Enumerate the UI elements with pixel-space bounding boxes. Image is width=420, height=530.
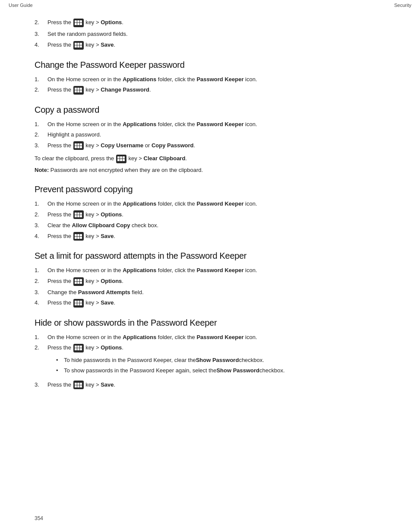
intro-steps-list: 2. Press the key > Options. 3. Set the r… <box>35 18 385 50</box>
menu-key-icon <box>116 155 126 163</box>
section-change-password-keeper: Change the Password Keeper password 1. O… <box>35 60 385 95</box>
step-num: 2. <box>35 18 47 27</box>
step-text: Press the key > Options. <box>47 210 123 219</box>
step-text: Set the random password fields. <box>47 30 128 38</box>
bullet-item-2: To show passwords in the Password Keeper… <box>56 366 285 375</box>
bullet-item-1: To hide passwords in the Password Keeper… <box>56 356 285 365</box>
step-num: 3. <box>35 141 47 150</box>
step-4: 4. Press the key > Save. <box>35 298 385 308</box>
menu-key-icon <box>73 19 84 27</box>
section-steps-list: 1. On the Home screen or in the Applicat… <box>35 75 385 95</box>
step-text: On the Home screen or in the Application… <box>47 75 257 84</box>
step-num: 2. <box>35 277 47 286</box>
step-3: 3. Press the key > Save. <box>35 381 385 390</box>
step-3: 3. Change the Password Attempts field. <box>35 288 385 297</box>
step-text: Press the key > Options. To hide passwor… <box>47 343 285 378</box>
step-num: 2. <box>35 343 47 352</box>
section-title-hide-show-passwords: Hide or show passwords in the Password K… <box>35 318 385 328</box>
step-text: Press the key > Options. <box>47 18 123 27</box>
step-4: 4. Press the key > Save. <box>35 232 385 241</box>
menu-key-icon <box>73 86 84 95</box>
step-num: 3. <box>35 381 47 389</box>
step-num: 2. <box>35 86 47 94</box>
step-2: 2. Press the key > Options. <box>35 277 385 286</box>
section-copy-password: Copy a password 1. On the Home screen or… <box>35 105 385 175</box>
step-num: 3. <box>35 30 47 38</box>
step-num: 3. <box>35 288 47 297</box>
section-title-copy-password: Copy a password <box>35 105 385 115</box>
menu-key-icon <box>73 277 84 286</box>
intro-step-2: 2. Press the key > Options. <box>35 18 385 27</box>
menu-key-icon <box>73 299 84 308</box>
section-steps-list: 1. On the Home screen or in the Applicat… <box>35 120 385 150</box>
menu-key-icon <box>73 141 84 150</box>
step-text: Highlight a password. <box>47 130 101 139</box>
step-1: 1. On the Home screen or in the Applicat… <box>35 266 385 275</box>
step-text: On the Home screen or in the Application… <box>47 266 257 275</box>
step-num: 1. <box>35 333 47 342</box>
copy-note-2: Note: Passwords are not encrypted when t… <box>35 166 385 175</box>
section-title-set-limit: Set a limit for password attempts in the… <box>35 251 385 261</box>
step-num: 4. <box>35 298 47 307</box>
main-content: 2. Press the key > Options. 3. Set the r… <box>0 10 420 425</box>
step-3: 3. Press the key > Copy Username or Copy… <box>35 141 385 150</box>
step-3: 3. Clear the Allow Clipboard Copy check … <box>35 221 385 230</box>
menu-key-icon <box>73 381 84 389</box>
header-right: Security <box>394 3 411 8</box>
copy-note-1: To clear the clipboard, press the key > … <box>35 154 385 163</box>
section-steps-list: 1. On the Home screen or in the Applicat… <box>35 333 385 390</box>
step-num: 1. <box>35 200 47 208</box>
intro-step-3: 3. Set the random password fields. <box>35 30 385 38</box>
page-header: User Guide Security <box>0 0 420 10</box>
step-text: On the Home screen or in the Application… <box>47 333 257 342</box>
step-num: 4. <box>35 232 47 241</box>
section-steps-list: 1. On the Home screen or in the Applicat… <box>35 200 385 241</box>
page-footer: 354 <box>35 515 43 521</box>
step-text: Clear the Allow Clipboard Copy check box… <box>47 221 158 230</box>
step-1: 1. On the Home screen or in the Applicat… <box>35 333 385 342</box>
step-num: 1. <box>35 75 47 84</box>
section-title-change-password-keeper: Change the Password Keeper password <box>35 60 385 70</box>
section-hide-show-passwords: Hide or show passwords in the Password K… <box>35 318 385 390</box>
step-text: Change the Password Attempts field. <box>47 288 144 297</box>
step-text: Press the key > Change Password. <box>47 86 151 95</box>
sub-bullet-list: To hide passwords in the Password Keeper… <box>56 356 285 375</box>
step-text: Press the key > Save. <box>47 381 115 390</box>
menu-key-icon <box>73 344 84 352</box>
step-text: On the Home screen or in the Application… <box>47 200 257 208</box>
intro-step-4: 4. Press the key > Save. <box>35 41 385 50</box>
step-1: 1. On the Home screen or in the Applicat… <box>35 75 385 84</box>
menu-key-icon <box>73 210 84 219</box>
step-text: Press the key > Save. <box>47 298 115 308</box>
page-number: 354 <box>35 515 43 521</box>
step-num: 2. <box>35 210 47 219</box>
step-num: 1. <box>35 120 47 129</box>
menu-key-icon <box>73 41 84 50</box>
section-title-prevent-copying: Prevent password copying <box>35 184 385 194</box>
header-left: User Guide <box>9 3 33 8</box>
step-num: 2. <box>35 130 47 139</box>
step-text: Press the key > Save. <box>47 41 115 50</box>
step-text: Press the key > Options. <box>47 277 123 286</box>
section-set-limit: Set a limit for password attempts in the… <box>35 251 385 307</box>
step-2: 2. Press the key > Options. To hide pass… <box>35 343 385 378</box>
step-num: 4. <box>35 41 47 49</box>
step-2: 2. Press the key > Options. <box>35 210 385 219</box>
step-text: Press the key > Save. <box>47 232 115 241</box>
section-prevent-copying: Prevent password copying 1. On the Home … <box>35 184 385 241</box>
step-2: 2. Highlight a password. <box>35 130 385 139</box>
section-steps-list: 1. On the Home screen or in the Applicat… <box>35 266 385 307</box>
step-num: 1. <box>35 266 47 275</box>
menu-key-icon <box>73 232 84 241</box>
step-num: 3. <box>35 221 47 230</box>
step-2: 2. Press the key > Change Password. <box>35 86 385 95</box>
step-1: 1. On the Home screen or in the Applicat… <box>35 120 385 129</box>
step-text: On the Home screen or in the Application… <box>47 120 257 129</box>
step-1: 1. On the Home screen or in the Applicat… <box>35 200 385 208</box>
step-text: Press the key > Copy Username or Copy Pa… <box>47 141 195 150</box>
